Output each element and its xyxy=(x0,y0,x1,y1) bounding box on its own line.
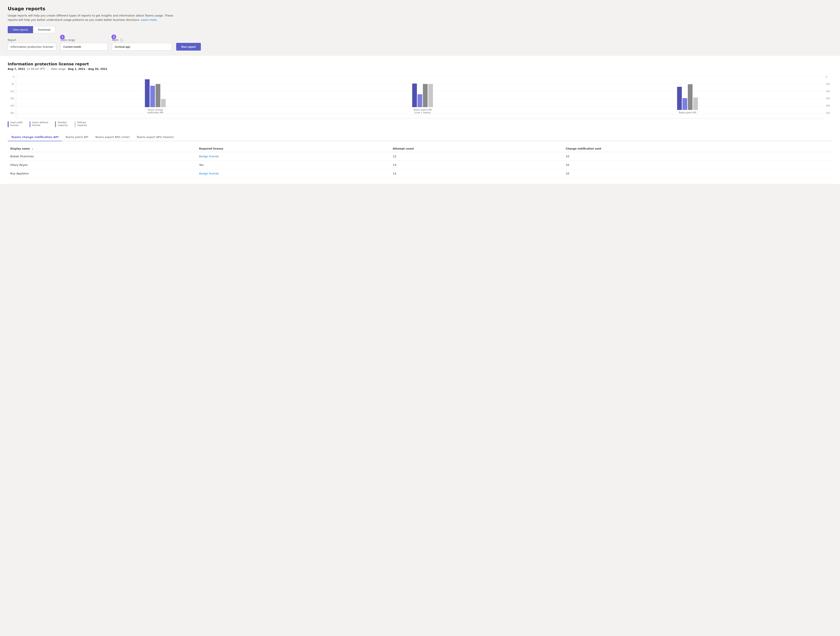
legend-color-blue xyxy=(8,121,9,127)
chart-container: 30k 24k 18k 12k 6k 0 xyxy=(8,76,832,118)
date-range-input[interactable] xyxy=(60,43,107,51)
cell-notification-sent-3: 10 xyxy=(563,169,832,178)
col-required-license: Required license xyxy=(197,145,390,152)
tab-view-reports[interactable]: View reports xyxy=(8,26,33,33)
bar-label-3: Teams patch API xyxy=(679,111,696,114)
cell-required-license-2: Yes xyxy=(197,161,390,169)
legend-utilized-capacity: Utilized capacity xyxy=(74,121,87,127)
data-tab-export-chat[interactable]: Teams export APIs (chat) xyxy=(92,133,133,141)
bar-1-blue xyxy=(145,79,150,107)
chart-groups: Teams change notification API Teams expo… xyxy=(16,76,824,114)
cell-attempt-count-2: 13 xyxy=(390,161,563,169)
table-row: Hilary Reyes Yes 13 10 xyxy=(8,161,832,169)
bar-2-blue xyxy=(412,84,417,107)
report-meta: Aug 7, 2021 11:59 am (PT) | Date range: … xyxy=(8,68,832,71)
bar-3-lightgray xyxy=(693,98,698,110)
bar-2-lightgray xyxy=(428,84,433,107)
report-label: Report xyxy=(8,39,56,41)
data-tab-change-notification[interactable]: Teams change notification API xyxy=(8,133,62,141)
cell-required-license-1: Assign license xyxy=(197,152,390,161)
top-section: Usage reports Usage reports will help yo… xyxy=(0,0,840,56)
data-tab-patch-api[interactable]: Teams patch API xyxy=(62,133,92,141)
bar-2-purple xyxy=(418,94,422,107)
table-row: Roy Appleton Assign license 12 10 xyxy=(8,169,832,178)
data-table: Display name ↓ Required license Attempt … xyxy=(8,145,832,178)
bar-2-gray xyxy=(423,84,428,107)
report-select-value: Information protection license xyxy=(11,45,52,49)
tab-bar: View reports Download xyxy=(8,26,832,33)
cell-display-name-2: Hilary Reyes xyxy=(8,161,197,169)
bar-3-purple xyxy=(682,98,687,110)
cell-attempt-count-3: 12 xyxy=(390,169,563,178)
cell-attempt-count-1: 12 xyxy=(390,152,563,161)
sort-icon-display-name[interactable]: ↓ xyxy=(32,148,33,150)
cell-required-license-3: Assign license xyxy=(197,169,390,178)
run-report-button[interactable]: Run report xyxy=(176,43,201,51)
bar-label-1: Teams change notification API xyxy=(142,109,168,114)
apps-filter-group: 2 Apps i xyxy=(112,38,172,51)
apps-label: Apps i xyxy=(112,38,172,41)
page-description: Usage reports will help you create diffe… xyxy=(8,14,179,22)
report-card: Information protection license report Au… xyxy=(0,56,840,184)
bar-3-gray xyxy=(688,84,693,110)
bar-1-purple xyxy=(150,86,155,107)
apps-input[interactable] xyxy=(112,43,172,51)
legend-color-purple xyxy=(30,121,30,127)
page-title: Usage reports xyxy=(8,6,832,11)
date-range-filter-group: 1 Date range xyxy=(60,39,107,51)
cell-display-name-3: Roy Appleton xyxy=(8,169,197,178)
bar-1-lightgray xyxy=(161,99,166,107)
filters-row: Report Information protection license ▾ … xyxy=(8,38,832,51)
apps-info-icon[interactable]: i xyxy=(120,39,123,41)
cell-notification-sent-1: 10 xyxy=(563,152,832,161)
tab-download[interactable]: Download xyxy=(33,26,55,33)
assign-license-link-1[interactable]: Assign license xyxy=(199,155,219,158)
col-attempt-count: Attempt count xyxy=(390,145,563,152)
chart-area: Teams change notification API Teams expo… xyxy=(16,76,824,118)
report-title: Information protection license report xyxy=(8,62,832,66)
cell-display-name-1: Babak Shammas xyxy=(8,152,197,161)
legend-color-lightgray xyxy=(74,121,76,127)
date-range-label: Date range xyxy=(60,39,107,41)
legend-color-gray xyxy=(55,121,56,127)
report-select[interactable]: Information protection license ▾ xyxy=(8,43,56,51)
chart-legend: Users with license Users without license… xyxy=(8,121,832,127)
data-tabs: Teams change notification API Teams patc… xyxy=(8,133,832,141)
bar-group-3: Teams patch API xyxy=(677,84,698,114)
bar-3-blue xyxy=(677,87,682,110)
assign-license-link-3[interactable]: Assign license xyxy=(199,172,219,175)
bar-label-2: Teams export API(chat + teams) xyxy=(413,109,432,114)
bar-group-1: Teams change notification API xyxy=(142,79,168,114)
table-header-row: Display name ↓ Required license Attempt … xyxy=(8,145,832,152)
learn-more-link[interactable]: Learn more xyxy=(141,18,157,21)
legend-seeded-capacity: Seeded capacity xyxy=(55,121,68,127)
bar-group-2: Teams export API(chat + teams) xyxy=(412,84,433,114)
cell-notification-sent-2: 10 xyxy=(563,161,832,169)
chevron-down-icon: ▾ xyxy=(52,46,54,48)
y-axis-right: 500 400 300 200 100 0 xyxy=(824,76,832,118)
table-row: Babak Shammas Assign license 12 10 xyxy=(8,152,832,161)
col-change-notification: Change notification sent xyxy=(563,145,832,152)
report-filter-group: Report Information protection license ▾ xyxy=(8,39,56,51)
legend-users-without-license: Users without license xyxy=(30,121,49,127)
y-axis-left: 30k 24k 18k 12k 6k 0 xyxy=(8,76,16,118)
bar-1-gray xyxy=(156,84,160,107)
data-tab-export-teams[interactable]: Teams export APIs (teams) xyxy=(133,133,177,141)
col-display-name: Display name ↓ xyxy=(8,145,197,152)
legend-users-with-license: Users with license xyxy=(8,121,23,127)
